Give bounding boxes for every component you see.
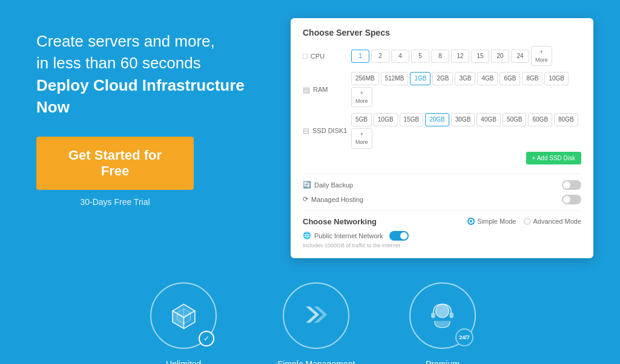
hero-title: Create servers and more, in less than 60…	[36, 30, 279, 119]
public-network-toggle[interactable]	[389, 231, 409, 241]
hero-title-line1: Create servers and more,	[36, 32, 215, 50]
cpu-btn-4[interactable]: 4	[391, 50, 409, 63]
ram-label: ▤ RAM	[303, 85, 351, 94]
ssd-btn-5gb[interactable]: 5GB	[351, 113, 372, 126]
advanced-mode-option[interactable]: Advanced Mode	[524, 218, 582, 225]
hero-title-line3: Deploy Cloud Infrastructure Now	[36, 76, 245, 116]
network-icon: 🌐	[303, 232, 311, 239]
divider-1	[303, 174, 581, 174]
cta-button[interactable]: Get Started for Free	[36, 137, 194, 190]
cpu-options: 1 2 4 5 8 12 15 20 24 +More	[351, 46, 581, 66]
ssd-btn-10gb[interactable]: 10GB	[374, 113, 398, 126]
cpu-icon: □	[303, 51, 308, 60]
ssd-btn-60gb[interactable]: 60GB	[528, 113, 552, 126]
cpu-btn-5[interactable]: 5	[411, 50, 429, 63]
ram-btn-10gb[interactable]: 10GB	[544, 72, 569, 85]
svg-rect-12	[432, 313, 435, 318]
feature-support: 24/7 Premium Human Support 24/7	[403, 282, 481, 364]
cpu-btn-24[interactable]: 24	[511, 50, 529, 63]
server-panel: Choose Server Specs □ CPU 1 2 4 5 8 12 1…	[291, 18, 593, 258]
networking-title: Choose Networking	[303, 217, 377, 226]
support-badge: 24/7	[455, 328, 473, 346]
support-icon-circle: 24/7	[409, 282, 476, 349]
simple-mode-label: Simple Mode	[477, 218, 516, 225]
svg-point-11	[436, 304, 449, 317]
cpu-btn-15[interactable]: 15	[471, 50, 489, 63]
daily-backup-row: 🔄 Daily Backup	[303, 180, 581, 190]
ssd-btn-40gb[interactable]: 40GB	[477, 113, 501, 126]
svg-rect-13	[450, 313, 453, 318]
ssd-icon: ⊟	[303, 126, 309, 135]
hero-left: Create servers and more, in less than 60…	[36, 12, 279, 207]
networking-header: Choose Networking Simple Mode Advanced M…	[303, 217, 581, 226]
ram-btn-512mb[interactable]: 512MB	[381, 72, 409, 85]
ssd-label: ⊟ SSD DISK1	[303, 126, 351, 135]
hero-title-line2: in less than 60 seconds	[36, 54, 201, 72]
ram-btn-6gb[interactable]: 6GB	[500, 72, 520, 85]
cpu-btn-2[interactable]: 2	[371, 50, 389, 63]
cpu-btn-12[interactable]: 12	[451, 50, 469, 63]
ram-btn-8gb[interactable]: 8GB	[522, 72, 542, 85]
ssd-btn-30gb[interactable]: 30GB	[451, 113, 475, 126]
advanced-mode-label: Advanced Mode	[533, 218, 582, 225]
ram-btn-2gb[interactable]: 2GB	[432, 72, 453, 85]
ssd-btn-20gb[interactable]: 20GB	[425, 113, 449, 126]
cpu-btn-8[interactable]: 8	[431, 50, 449, 63]
ram-options: 256MB 512MB 1GB 2GB 3GB 4GB 6GB 8GB 10GB…	[351, 72, 581, 107]
backup-icon: 🔄	[303, 181, 311, 189]
network-note: Includes 1000GB of traffic to the intern…	[303, 242, 581, 249]
arrow-icon	[301, 301, 331, 331]
cpu-label: □ CPU	[303, 51, 351, 60]
ram-btn-1gb[interactable]: 1GB	[410, 72, 430, 85]
add-ssd-row: + Add SSD Disk	[303, 155, 581, 167]
add-ssd-button[interactable]: + Add SSD Disk	[526, 152, 581, 164]
feature-console: Simple Management Console and API	[277, 282, 355, 364]
managed-hosting-toggle[interactable]	[562, 195, 581, 204]
ssd-options: 5GB 10GB 15GB 20GB 30GB 40GB 50GB 60GB 8…	[351, 113, 581, 148]
hosting-icon: ⟳	[303, 195, 308, 203]
top-section: Create servers and more, in less than 60…	[0, 0, 620, 264]
ram-more-btn[interactable]: +More	[351, 87, 372, 107]
console-label: Simple Management Console and API	[277, 359, 355, 364]
ssd-row: ⊟ SSD DISK1 5GB 10GB 15GB 20GB 30GB 40GB…	[303, 113, 581, 148]
public-network-row: 🌐 Public Internet Network	[303, 231, 581, 241]
divider-2	[303, 210, 581, 211]
ram-btn-256mb[interactable]: 256MB	[351, 72, 379, 85]
cpu-row: □ CPU 1 2 4 5 8 12 15 20 24 +More	[303, 46, 581, 66]
support-label: Premium Human Support 24/7	[403, 359, 481, 364]
check-badge: ✓	[199, 331, 214, 346]
ram-row: ▤ RAM 256MB 512MB 1GB 2GB 3GB 4GB 6GB 8G…	[303, 72, 581, 107]
advanced-mode-radio	[524, 218, 531, 225]
cube-icon	[167, 299, 200, 332]
managed-hosting-row: ⟳ Managed Hosting	[303, 195, 581, 204]
cpu-more-btn[interactable]: +More	[531, 46, 552, 66]
feature-scale: ✓ Unlimited Scale Up and Scale Out	[138, 282, 228, 364]
ssd-btn-80gb[interactable]: 80GB	[554, 113, 578, 126]
cpu-btn-20[interactable]: 20	[491, 50, 509, 63]
public-network-label: 🌐 Public Internet Network	[303, 232, 383, 239]
ssd-more-btn[interactable]: +More	[351, 128, 372, 148]
scale-label: Unlimited Scale Up and Scale Out	[138, 359, 228, 364]
cpu-btn-1[interactable]: 1	[351, 50, 369, 63]
networking-modes: Simple Mode Advanced Mode	[467, 218, 581, 225]
simple-mode-option[interactable]: Simple Mode	[467, 218, 516, 225]
ram-btn-3gb[interactable]: 3GB	[455, 72, 475, 85]
ssd-btn-15gb[interactable]: 15GB	[400, 113, 424, 126]
main-wrapper: Create servers and more, in less than 60…	[0, 0, 620, 364]
headset-icon	[426, 299, 459, 332]
scale-icon-circle: ✓	[150, 282, 217, 349]
panel-title: Choose Server Specs	[303, 28, 581, 37]
managed-hosting-label: ⟳ Managed Hosting	[303, 195, 557, 203]
simple-mode-radio	[467, 218, 475, 225]
ssd-btn-50gb[interactable]: 50GB	[503, 113, 527, 126]
daily-backup-toggle[interactable]	[562, 180, 581, 190]
ram-btn-4gb[interactable]: 4GB	[477, 72, 498, 85]
daily-backup-label: 🔄 Daily Backup	[303, 181, 557, 189]
trial-text: 30-Days Free Trial	[36, 197, 194, 207]
ram-icon: ▤	[303, 85, 310, 94]
bottom-section: ✓ Unlimited Scale Up and Scale Out Simpl…	[0, 264, 620, 364]
console-icon-circle	[283, 282, 349, 349]
